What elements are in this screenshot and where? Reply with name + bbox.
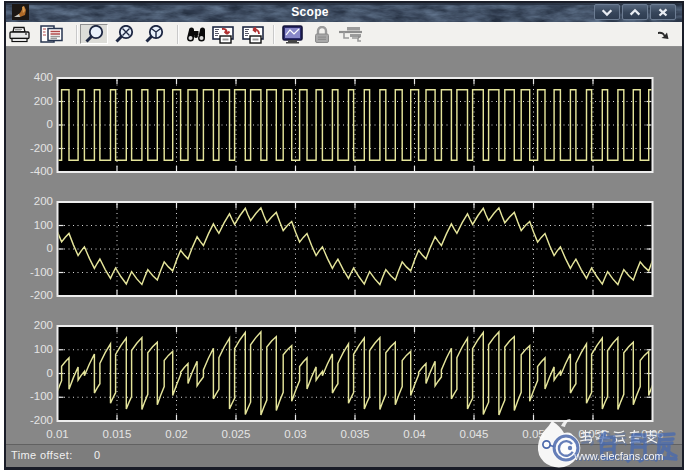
- svg-text:www.elecfans.com: www.elecfans.com: [573, 450, 663, 462]
